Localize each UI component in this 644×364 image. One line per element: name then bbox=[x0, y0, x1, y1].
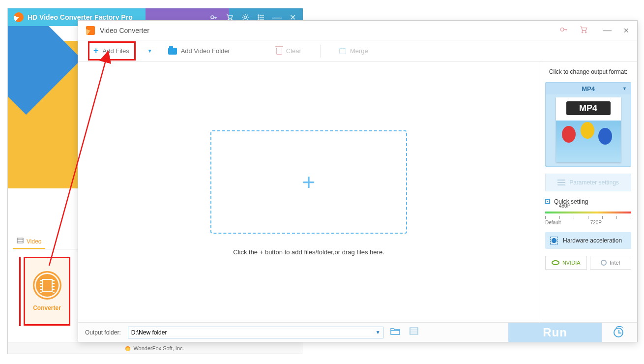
plus-icon: + bbox=[93, 46, 99, 56]
close-icon[interactable]: ✕ bbox=[623, 27, 629, 34]
minimize-icon[interactable]: — bbox=[603, 25, 612, 35]
bottom-bar: Output folder: ▼ Run bbox=[78, 322, 637, 342]
merge-icon bbox=[339, 48, 346, 54]
converter-titlebar[interactable]: Video Converter — ✕ bbox=[78, 21, 637, 40]
intel-icon bbox=[601, 260, 607, 266]
param-settings-label: Parameter settings bbox=[569, 179, 619, 186]
svg-point-3 bbox=[244, 16, 247, 19]
toolbar: + Add Files ▼ Add Video Folder Clear Mer… bbox=[78, 40, 637, 62]
film-strip-icon bbox=[17, 238, 24, 245]
film-icon[interactable] bbox=[407, 327, 421, 338]
schedule-button[interactable] bbox=[607, 323, 630, 342]
run-label: Run bbox=[543, 326, 567, 339]
intel-vendor[interactable]: Intel bbox=[590, 256, 632, 270]
quick-setting-icon bbox=[545, 199, 550, 204]
add-files-caret-icon[interactable]: ▼ bbox=[147, 48, 152, 54]
output-folder-dropdown-icon[interactable]: ▼ bbox=[373, 330, 383, 335]
clear-label: Clear bbox=[286, 47, 301, 55]
quality-720p-label: 720P bbox=[590, 220, 602, 225]
nvidia-vendor[interactable]: NVIDIA bbox=[545, 256, 587, 270]
converter-window: Video Converter — ✕ + Add Files ▼ Add Vi… bbox=[78, 20, 638, 342]
tab-video-label: Video bbox=[27, 238, 41, 245]
merge-button[interactable]: Merge bbox=[335, 45, 372, 57]
quality-slider[interactable]: 480P bbox=[545, 208, 631, 217]
hw-accel-label: Hardware acceleration bbox=[563, 237, 622, 244]
key-icon[interactable] bbox=[559, 25, 568, 35]
converter-tile-label: Converter bbox=[33, 304, 61, 311]
intel-label: Intel bbox=[610, 260, 620, 266]
output-folder-input[interactable] bbox=[128, 329, 373, 336]
change-format-label: Click to change output format: bbox=[545, 68, 631, 75]
sliders-icon bbox=[557, 180, 565, 185]
dropzone-hint: Click the + button to add files/folder,o… bbox=[233, 248, 384, 256]
parameter-settings-button[interactable]: Parameter settings bbox=[545, 174, 631, 191]
tab-video[interactable]: Video bbox=[13, 235, 45, 249]
format-thumb-label: MP4 bbox=[566, 101, 611, 115]
converter-logo-icon bbox=[86, 26, 95, 35]
output-format-card[interactable]: MP4 ▼ MP4 bbox=[545, 82, 631, 167]
caret-down-icon: ▼ bbox=[622, 86, 627, 91]
open-folder-icon[interactable] bbox=[388, 327, 402, 338]
hardware-acceleration-button[interactable]: Hardware acceleration bbox=[545, 232, 631, 249]
main-footer: WonderFox Soft, Inc. bbox=[8, 342, 302, 354]
svg-point-9 bbox=[582, 32, 583, 33]
format-thumbnail: MP4 bbox=[556, 97, 621, 162]
svg-point-8 bbox=[560, 28, 564, 31]
svg-rect-7 bbox=[17, 238, 23, 243]
quality-value-label: 480P bbox=[559, 203, 570, 209]
nvidia-icon bbox=[552, 260, 559, 265]
converter-tile[interactable]: Converter bbox=[24, 257, 70, 326]
output-folder-field[interactable]: ▼ bbox=[128, 327, 383, 338]
add-video-folder-button[interactable]: Add Video Folder bbox=[164, 45, 234, 57]
clear-button[interactable]: Clear bbox=[272, 45, 305, 57]
content-area: + Click the + button to add files/folder… bbox=[78, 62, 539, 323]
footer-text: WonderFox Soft, Inc. bbox=[133, 345, 184, 351]
trash-icon bbox=[276, 48, 282, 55]
svg-point-6 bbox=[258, 19, 259, 20]
dropzone[interactable]: + bbox=[210, 130, 407, 234]
nvidia-label: NVIDIA bbox=[562, 260, 581, 266]
converter-tile-icon bbox=[33, 271, 61, 300]
svg-point-0 bbox=[211, 16, 214, 19]
svg-point-5 bbox=[258, 17, 259, 18]
add-files-label: Add Files bbox=[103, 47, 129, 55]
svg-point-10 bbox=[585, 32, 586, 33]
format-name: MP4 bbox=[582, 85, 595, 92]
add-files-button[interactable]: + Add Files bbox=[88, 41, 136, 61]
svg-point-4 bbox=[258, 15, 259, 16]
converter-title: Video Converter bbox=[100, 27, 149, 34]
alarm-clock-icon bbox=[614, 328, 623, 337]
cart-icon[interactable] bbox=[579, 25, 588, 35]
merge-label: Merge bbox=[350, 47, 368, 55]
folder-icon bbox=[168, 48, 177, 55]
add-folder-label: Add Video Folder bbox=[181, 47, 230, 55]
run-button[interactable]: Run bbox=[508, 323, 602, 342]
flame-icon bbox=[125, 345, 130, 351]
output-folder-label: Output folder: bbox=[85, 329, 121, 336]
dropzone-plus-icon: + bbox=[302, 171, 316, 193]
right-panel: Click to change output format: MP4 ▼ MP4… bbox=[539, 62, 637, 323]
quality-default-label: Default bbox=[545, 220, 561, 225]
separator bbox=[320, 45, 321, 58]
app-logo-icon bbox=[14, 12, 24, 22]
chip-icon bbox=[550, 237, 558, 244]
